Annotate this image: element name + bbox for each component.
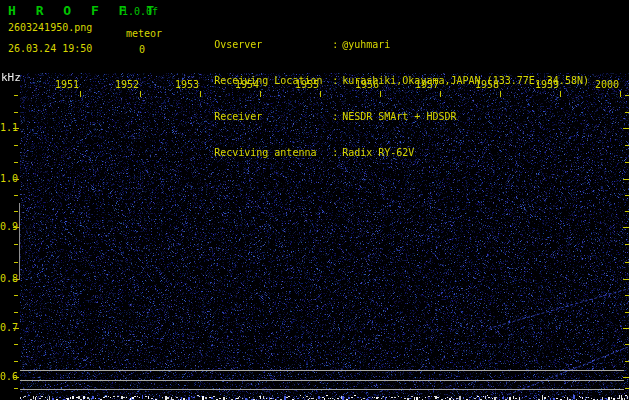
freq-minor-tick-left: [14, 112, 18, 113]
freq-minor-tick-right: [625, 312, 629, 313]
time-tick-mark: [620, 91, 621, 97]
output-filename: 2603241950.png: [8, 22, 92, 33]
freq-minor-tick-left: [14, 195, 18, 196]
time-tick-mark: [80, 91, 81, 97]
observer-label: Ovserver: [214, 39, 332, 51]
station-info-block: Ovserver:@yuhmari Receiving Location:kur…: [178, 3, 589, 171]
carrier-signal-line: [20, 380, 624, 381]
freq-major-tick-right: [623, 128, 629, 129]
location-row: Receiving Location:kurashiki,Okayama,JAP…: [178, 63, 589, 75]
time-tick-label: 1952: [113, 79, 141, 90]
freq-minor-tick-left: [14, 361, 18, 362]
time-tick-label: 2000: [593, 79, 621, 90]
freq-minor-tick-left: [14, 95, 18, 96]
freq-major-tick-left: [13, 227, 19, 228]
separator: :: [332, 75, 342, 87]
freq-major-tick-right: [623, 179, 629, 180]
freq-minor-tick-right: [625, 361, 629, 362]
receiver-label: Receiver: [214, 111, 332, 123]
location-label: Receiving Location: [214, 75, 332, 87]
separator: :: [332, 147, 342, 159]
antenna-row: Recviving antenna:Radix RY-62V: [178, 135, 589, 147]
freq-minor-tick-left: [14, 312, 18, 313]
meteor-counter-label: meteor: [126, 28, 162, 39]
freq-minor-tick-right: [625, 244, 629, 245]
time-tick-label: 1951: [53, 79, 81, 90]
freq-minor-tick-right: [625, 95, 629, 96]
meteor-count-value: 0: [134, 44, 150, 55]
freq-minor-tick-left: [14, 344, 18, 345]
observation-datetime: 26.03.24 19:50: [8, 43, 92, 54]
observer-value: @yuhmari: [342, 39, 390, 50]
freq-minor-tick-right: [625, 112, 629, 113]
freq-minor-tick-right: [625, 145, 629, 146]
separator: :: [332, 111, 342, 123]
app-version: 1.0.0f: [122, 6, 158, 17]
freq-minor-tick-right: [625, 162, 629, 163]
freq-minor-tick-left: [14, 388, 18, 389]
freq-minor-tick-right: [625, 195, 629, 196]
observer-row: Ovserver:@yuhmari: [178, 27, 589, 39]
freq-major-tick-right: [623, 328, 629, 329]
freq-minor-tick-right: [625, 211, 629, 212]
freq-major-tick-right: [623, 227, 629, 228]
freq-minor-tick-right: [625, 262, 629, 263]
freq-minor-tick-right: [625, 344, 629, 345]
freq-major-tick-left: [13, 179, 19, 180]
location-value: kurashiki,Okayama,JAPAN (133.77E, 34.58N…: [342, 75, 589, 86]
carrier-signal-line: [20, 370, 624, 371]
freq-minor-tick-left: [14, 262, 18, 263]
freq-minor-tick-right: [625, 295, 629, 296]
freq-major-tick-left: [13, 377, 19, 378]
antenna-label: Recviving antenna: [214, 147, 332, 159]
interference-column: [19, 203, 20, 280]
freq-major-tick-right: [623, 279, 629, 280]
freq-minor-tick-right: [625, 388, 629, 389]
freq-unit-label: kHz: [1, 71, 21, 84]
antenna-value: Radix RY-62V: [342, 147, 414, 158]
receiver-value: NESDR SMArt + HDSDR: [342, 111, 456, 122]
freq-minor-tick-left: [14, 244, 18, 245]
freq-minor-tick-left: [14, 295, 18, 296]
freq-major-tick-right: [623, 377, 629, 378]
carrier-signal-line: [20, 389, 624, 390]
receiver-row: Receiver:NESDR SMArt + HDSDR: [178, 99, 589, 111]
hrofft-window: H R O F F T 1.0.0f 2603241950.png meteor…: [0, 0, 629, 400]
freq-minor-tick-left: [14, 162, 18, 163]
freq-minor-tick-left: [14, 145, 18, 146]
separator: :: [332, 39, 342, 51]
time-tick-mark: [140, 91, 141, 97]
freq-major-tick-left: [13, 279, 19, 280]
freq-major-tick-left: [13, 328, 19, 329]
freq-major-tick-left: [13, 128, 19, 129]
freq-minor-tick-left: [14, 211, 18, 212]
